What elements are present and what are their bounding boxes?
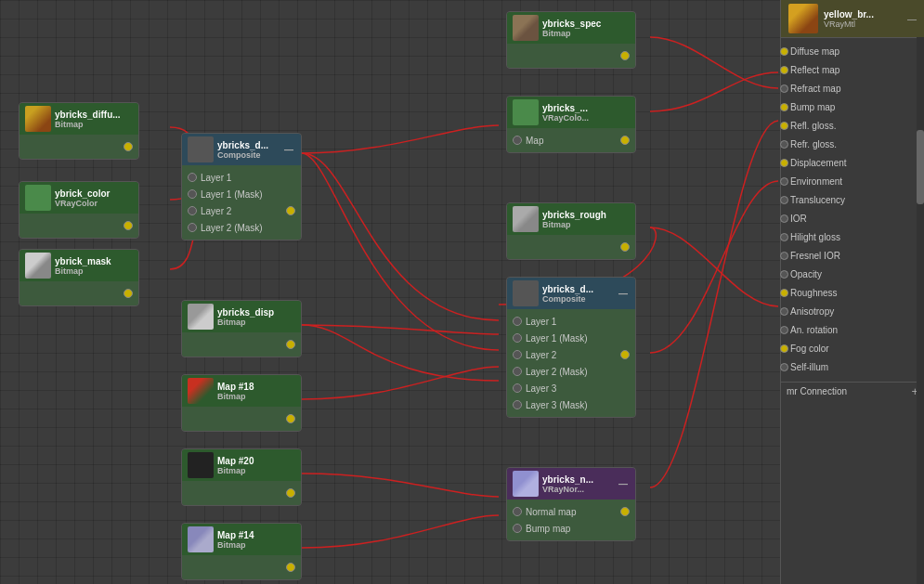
socket-out-map18[interactable] (286, 414, 295, 423)
prop-item-refract[interactable]: Refract map (781, 79, 924, 97)
prop-item-refrgloss[interactable]: Refr. gloss. (781, 135, 924, 153)
prop-item-diffuse[interactable]: Diffuse map (781, 42, 924, 60)
node-ybricks-rough[interactable]: ybricks_rough Bitmap (506, 202, 636, 260)
prop-item-environment[interactable]: Environment (781, 172, 924, 190)
socket-out-map14[interactable] (286, 563, 295, 572)
socket-in-layer1[interactable] (188, 173, 197, 182)
prop-item-ior[interactable]: IOR (781, 209, 924, 227)
prop-label-fresnelior: Fresnel IOR (790, 251, 840, 261)
node-map20[interactable]: Map #20 Bitmap (181, 448, 302, 506)
node-menu-btn-ybricks-d-comp[interactable]: — (282, 145, 295, 155)
node-sockets-ybricks-spec (507, 44, 635, 68)
node-ybricks-nor[interactable]: ybricks_n... VRayNor... — Normal map Bum… (506, 467, 636, 541)
prop-item-hilightgloss[interactable]: Hilight gloss (781, 227, 924, 246)
prop-item-translucency[interactable]: Translucency (781, 190, 924, 209)
node-name-map20: Map #20 (217, 456, 295, 466)
node-ybricks-spec[interactable]: ybricks_spec Bitmap (506, 11, 636, 69)
prop-menu-btn[interactable]: — (907, 14, 917, 24)
socket-in-map[interactable] (513, 136, 522, 145)
prop-socket-ior[interactable] (780, 214, 788, 223)
prop-item-selfillum[interactable]: Self-illum (781, 357, 924, 376)
prop-item-fogcolor[interactable]: Fog color (781, 339, 924, 357)
prop-socket-reflect[interactable] (780, 66, 788, 74)
socket-label-layer2mask-c2: Layer 2 (Mask) (526, 367, 588, 377)
prop-socket-selfillum[interactable] (780, 363, 788, 371)
socket-in-layer2[interactable] (188, 206, 197, 215)
node-ybricks-vraycolor[interactable]: ybricks_... VRayColo... Map (506, 96, 636, 153)
socket-out-ybrick-mask[interactable] (124, 289, 133, 298)
socket-in-layer1mask[interactable] (188, 189, 197, 199)
scrollbar-thumb[interactable] (917, 130, 924, 204)
node-name-ybrick-mask: ybrick_mask (55, 256, 133, 266)
prop-socket-anisotropy[interactable] (780, 307, 788, 316)
prop-item-anrotation[interactable]: An. rotation (781, 320, 924, 339)
socket-in-layer2mask[interactable] (188, 223, 197, 232)
prop-socket-hilightgloss[interactable] (780, 233, 788, 241)
socket-in-bumpmap[interactable] (513, 524, 522, 533)
scrollbar[interactable] (917, 37, 924, 584)
socket-out-map20[interactable] (286, 488, 295, 498)
node-map14[interactable]: Map #14 Bitmap (181, 523, 302, 580)
node-thumb-ybricks-spec (513, 15, 539, 41)
prop-socket-translucency[interactable] (780, 196, 788, 204)
socket-in-layer3mask-c2[interactable] (513, 400, 522, 409)
node-ybricks-disp[interactable]: ybricks_disp Bitmap (181, 300, 302, 357)
socket-in-layer1mask-c2[interactable] (513, 333, 522, 343)
prop-item-anisotropy[interactable]: Anisotropy (781, 302, 924, 320)
socket-out-ybricks-nor[interactable] (620, 507, 630, 516)
prop-socket-fresnelior[interactable] (780, 252, 788, 260)
socket-in-layer2-c2[interactable] (513, 350, 522, 359)
prop-socket-bump[interactable] (780, 103, 788, 111)
prop-socket-environment[interactable] (780, 177, 788, 186)
socket-out-ybricks-diff[interactable] (124, 142, 133, 151)
socket-label-bumpmap: Bump map (526, 524, 570, 534)
socket-out-ybricks-spec[interactable] (620, 51, 630, 60)
node-ybrick-color[interactable]: ybrick_color VRayColor (19, 181, 139, 239)
prop-socket-opacity[interactable] (780, 270, 788, 279)
socket-out-ybricks-vraycolor[interactable] (620, 136, 630, 145)
node-ybrick-mask[interactable]: ybrick_mask Bitmap (19, 249, 139, 306)
prop-item-opacity[interactable]: Opacity (781, 265, 924, 283)
prop-socket-roughness[interactable] (780, 289, 788, 297)
node-menu-btn-ybricks-nor[interactable]: — (617, 479, 630, 489)
node-menu-btn-ybricks-d-comp2[interactable]: — (617, 289, 630, 299)
socket-label-layer3mask-c2: Layer 3 (Mask) (526, 400, 588, 410)
prop-socket-refract[interactable] (780, 84, 788, 93)
node-map18[interactable]: Map #18 Bitmap (181, 374, 302, 432)
socket-out-ybrick-color[interactable] (124, 221, 133, 230)
prop-item-displacement[interactable]: Displacement (781, 153, 924, 172)
socket-row-layer2: Layer 2 (182, 202, 301, 219)
prop-socket-fogcolor[interactable] (780, 344, 788, 353)
socket-out-ybricks-rough[interactable] (620, 242, 630, 252)
prop-socket-refrgloss[interactable] (780, 140, 788, 149)
prop-item-fresnelior[interactable]: Fresnel IOR (781, 246, 924, 265)
socket-out-ybricks-disp[interactable] (286, 340, 295, 349)
socket-row-layer1mask: Layer 1 (Mask) (182, 186, 301, 202)
prop-label-refract: Refract map (790, 84, 840, 94)
socket-label-layer1mask-c2: Layer 1 (Mask) (526, 333, 588, 344)
socket-out-ybricks-d-comp2[interactable] (620, 350, 630, 359)
socket-out-ybricks-d-comp[interactable] (286, 206, 295, 215)
socket-row-out (20, 285, 138, 302)
prop-socket-diffuse[interactable] (780, 47, 788, 56)
socket-in-layer2mask-c2[interactable] (513, 367, 522, 376)
socket-in-layer1-c2[interactable] (513, 317, 522, 326)
node-ybricks-d-comp2[interactable]: ybricks_d... Composite — Layer 1 Layer 1… (506, 277, 636, 418)
prop-item-bump[interactable]: Bump map (781, 97, 924, 116)
node-ybricks-diff[interactable]: ybricks_diffu... Bitmap (19, 102, 139, 160)
mr-connection-label: mr Connection (787, 386, 847, 396)
prop-item-reflect[interactable]: Reflect map (781, 60, 924, 79)
prop-item-reflgloss[interactable]: Refl. gloss. (781, 116, 924, 135)
socket-row-out (182, 485, 301, 501)
socket-in-normalmap[interactable] (513, 507, 522, 516)
mr-connection[interactable]: mr Connection + (781, 382, 924, 400)
prop-socket-reflgloss[interactable] (780, 122, 788, 130)
socket-in-layer3-c2[interactable] (513, 383, 522, 393)
prop-node-type: VRayMtl (824, 19, 874, 29)
node-type-map14: Bitmap (217, 540, 295, 550)
prop-item-roughness[interactable]: Roughness (781, 283, 924, 302)
node-sockets-ybricks-disp (182, 332, 301, 357)
node-ybricks-d-comp[interactable]: ybricks_d... Composite — Layer 1 Layer 1… (181, 133, 302, 240)
prop-socket-displacement[interactable] (780, 159, 788, 167)
prop-socket-anrotation[interactable] (780, 326, 788, 334)
